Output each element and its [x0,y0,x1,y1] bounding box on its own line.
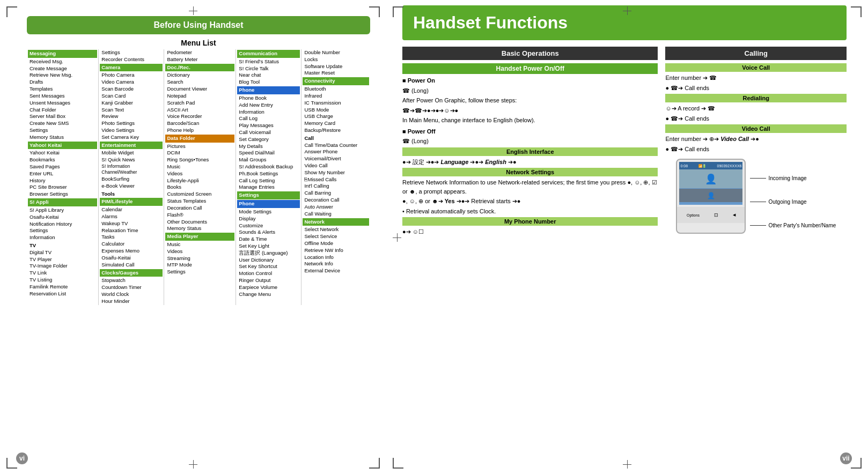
menu-item: Ph.Book Settings [237,170,300,177]
menu-item: USB Mode [303,107,369,114]
corner-tl [6,6,17,17]
menu-item: Sounds & Alerts [237,229,300,236]
menu-item: Osaifu-Keitai [28,214,97,221]
menu-item: Scan Text [100,107,163,114]
menu-btn: ⊡ [714,212,718,218]
video-call-header: Video Call [665,124,847,133]
network-settings-steps: ●, ☺, ⊕ or ☻➔ Yes ➔●➔ Retrieval starts ➔… [402,197,658,206]
menu-item: Calculator [100,241,163,248]
menu-item: Motion Control [237,270,300,277]
menu-item: S! Friend's Status [237,58,300,65]
page-number-right: vii [840,452,852,464]
menu-item: Bluetooth [303,86,369,93]
menu-item: MTP Mode [165,262,234,269]
annotation-line-1 [750,178,766,179]
power-on-note: After Power On Graphic, follow these ste… [402,96,658,105]
menu-item: Information [237,109,300,116]
menu-item: Near chat [237,72,300,79]
menu-table: Messaging Received Msg. Create Message R… [27,49,370,305]
corner-bl-right [393,458,403,469]
status-bar-time: 0:08 [680,164,688,168]
outgoing-image-label: Outgoing Image [768,199,806,205]
options-label: Options [687,213,700,217]
menu-item: TV Listing [28,277,97,284]
outgoing-annotation: Outgoing Image [750,199,836,205]
power-off-bold: ■ Power Off [402,128,436,135]
menu-item: ⎘Missed Calls [303,176,369,183]
menu-item: Video Settings [100,127,163,134]
basic-operations-section: Basic Operations Handset Power On/Off ■ … [402,47,658,238]
call-label: Call [303,135,369,142]
right-page: Handset Functions Basic Operations Hands… [386,0,868,475]
video-call-step1: Enter number ➔ ⊕➔ Video Call ➔● [665,135,847,144]
menu-item: Retrieve New Msg. [28,72,97,79]
menu-item: World Clock [100,291,163,298]
menu-item: Streaming [165,255,234,262]
menu-item: Pictures [165,143,234,150]
menu-item: My Details [237,143,300,150]
menu-item: Books [165,184,234,191]
messaging-label: Messaging [28,50,97,58]
menu-item: S! Quick News [100,157,163,164]
incoming-image-label: Incoming Image [768,175,806,181]
menu-item: PC Site Browser [28,184,97,191]
phone-bottom-bar: Options ⊡ ◀ [677,207,745,223]
before-using-title: Before Using Handset [27,16,370,34]
menu-item: Call Barring [303,190,369,197]
basic-ops-header: Basic Operations [402,47,658,60]
phone-status-bar: 0:08 📶🔋 090392XXXX6 [679,162,742,169]
menu-item: Simulated Call [100,262,163,269]
page-number-left: vi [16,452,28,464]
network-settings-header: Network Settings [402,168,658,176]
menu-item: Voicemail/Divert [303,155,369,162]
menu-item: Auto Answer [303,204,369,211]
cross-bottom-left [189,460,197,469]
menu-item: Familink Remote [28,284,97,291]
menu-item: Settings [28,127,97,134]
outgoing-image-area: 👤 [679,189,742,202]
menu-item: Received Msg. [28,58,97,65]
other-party-label: Other Party's Number/Name [768,222,836,228]
pim-label: PIM/Lifestyle [100,198,163,206]
phone-screen-area: 0:08 📶🔋 090392XXXX6 👤 👤 [665,159,847,234]
menu-item: 言語選択 (Language) [237,250,300,257]
menu-item: Software Update [303,63,369,70]
menu-item: Change Menu [237,291,300,298]
menu-item: Music [165,164,234,170]
redialing-step1: ☺➔ A record ➔ ☎ [665,104,847,113]
menu-item: USB Charge [303,113,369,120]
menu-item: Tasks [100,234,163,241]
status-bar-signal: 📶🔋 [688,164,717,168]
menu-item: Phone Help [165,127,234,134]
cross-bottom-right [623,460,631,469]
menu-item: Pedometer [165,49,234,56]
menu-col-2: Settings Recorder Contents Camera Photo … [99,49,164,305]
s-appli-label: S! Appli [28,198,97,206]
menu-item: Calendar [100,206,163,213]
menu-item: Retrieve NW Info [303,247,369,254]
menu-col-3: Pedometer Battery Meter Doc./Rec. Dictio… [164,49,236,305]
menu-item: Hour Minder [100,298,163,305]
menu-item: Relaxation Time [100,227,163,234]
menu-item: Call Log [237,115,300,122]
menu-item: S! Circle Talk [237,65,300,72]
menu-item: Search [165,79,234,86]
my-phone-number-steps: ●➔ ☺☐ [402,227,658,236]
menu-item: Stopwatch [100,277,163,284]
menu-item: Call Time/Data Counter [303,142,369,149]
menu-item: S! Information Channel/Weather [100,164,163,176]
menu-item: Select Service [303,233,369,240]
calling-section: Calling Voice Call Enter number ➔ ☎ ● ☎➔… [665,47,847,238]
menu-item: Play Messages [237,122,300,129]
power-off-label: ■ Power Off [402,127,658,136]
menu-item: Create New SMS [28,120,97,127]
menu-item: TV-Image Folder [28,263,97,270]
menu-item: Osaifu-Keitai [100,255,163,262]
menu-item: Earpiece Volume [237,284,300,291]
my-phone-number-header: My Phone Number [402,217,658,226]
menu-item: Enter URL [28,170,97,177]
menu-list-title: Menu List [27,39,370,47]
menu-item: Call Voicemail [237,129,300,136]
menu-item: Set Camera Key [100,134,163,141]
incoming-avatar: 👤 [705,173,717,185]
